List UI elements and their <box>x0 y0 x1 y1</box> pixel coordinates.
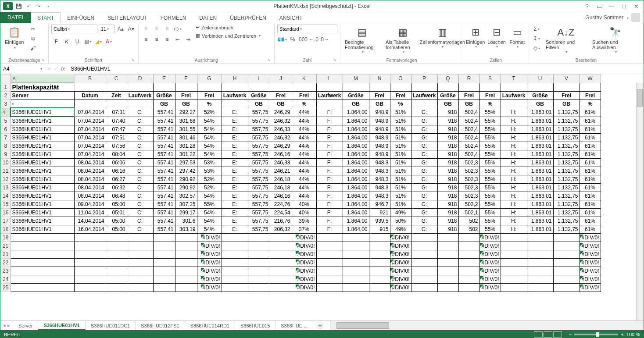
cell[interactable]: 918 <box>437 217 458 225</box>
align-middle-icon[interactable]: ≡ <box>152 25 161 33</box>
cell[interactable] <box>437 250 458 258</box>
cell[interactable] <box>74 83 106 91</box>
cell[interactable]: 246,33 <box>270 158 292 167</box>
cell[interactable] <box>411 275 437 283</box>
cell[interactable]: 246,32 <box>270 133 292 142</box>
cell[interactable]: 1.864,00 <box>343 208 369 217</box>
cell[interactable]: 1.132,75 <box>553 183 580 192</box>
cell[interactable] <box>175 250 197 258</box>
cell[interactable]: Frei <box>390 91 411 100</box>
cell[interactable] <box>501 83 527 91</box>
cell[interactable]: 557,75 <box>248 158 270 167</box>
cell[interactable]: 11.04.2014 <box>74 208 106 217</box>
dialog-launcher-icon[interactable]: ↘ <box>333 57 336 62</box>
close-icon[interactable]: ✕ <box>630 2 642 11</box>
cell[interactable] <box>527 275 553 283</box>
row-header[interactable]: 8 <box>1 142 11 150</box>
align-top-icon[interactable]: ≡ <box>141 25 151 33</box>
cell[interactable] <box>501 100 527 108</box>
cell[interactable] <box>153 83 175 91</box>
cell[interactable] <box>390 83 411 91</box>
cell[interactable] <box>458 275 479 283</box>
cell[interactable] <box>437 275 458 283</box>
dialog-launcher-icon[interactable]: ↘ <box>131 57 135 62</box>
cell[interactable]: 55% <box>479 125 501 133</box>
cell[interactable]: 51% <box>390 125 411 133</box>
cell[interactable]: #DIV/0! <box>580 233 601 242</box>
align-right-icon[interactable]: ≡ <box>162 35 172 44</box>
ribbon-tab-formeln[interactable]: FORMELN <box>154 12 193 23</box>
orientation-icon[interactable]: ⭯ <box>173 25 182 33</box>
cell[interactable]: 54% <box>197 217 222 225</box>
cell[interactable]: 918 <box>437 225 458 233</box>
ribbon-tab-seitenlayout[interactable]: SEITENLAYOUT <box>101 12 154 23</box>
cell[interactable]: 37% <box>292 225 316 233</box>
cell[interactable] <box>411 233 437 242</box>
cell[interactable] <box>458 283 479 292</box>
cell[interactable]: F: <box>316 125 343 133</box>
cell[interactable]: 502,3 <box>458 158 479 167</box>
cell[interactable]: C: <box>127 225 153 233</box>
cell[interactable] <box>369 283 390 292</box>
cell[interactable]: 55% <box>479 175 501 183</box>
cell[interactable]: 44% <box>292 125 316 133</box>
select-all-button[interactable] <box>1 75 11 83</box>
cell[interactable]: 55% <box>479 200 501 208</box>
cell[interactable] <box>270 250 292 258</box>
cell[interactable] <box>270 283 292 292</box>
cell[interactable] <box>153 258 175 267</box>
cell[interactable] <box>248 83 270 91</box>
column-header[interactable]: K <box>292 75 316 83</box>
cell[interactable]: 299,17 <box>175 208 197 217</box>
cell[interactable]: S366HUE01HV1 <box>11 117 74 125</box>
cell[interactable]: 918 <box>437 158 458 167</box>
cell[interactable]: 946,7 <box>369 200 390 208</box>
cell[interactable] <box>248 267 270 275</box>
cell[interactable]: Frei <box>580 91 601 100</box>
row-header[interactable]: 22 <box>1 258 11 267</box>
cell[interactable]: #DIV/0! <box>292 258 316 267</box>
cell[interactable] <box>153 267 175 275</box>
cell[interactable] <box>11 283 74 292</box>
cell[interactable]: 216,76 <box>270 217 292 225</box>
row-header[interactable]: 17 <box>1 217 11 225</box>
cell[interactable]: 61% <box>580 225 601 233</box>
cell[interactable] <box>222 258 248 267</box>
cell[interactable] <box>501 283 527 292</box>
cell[interactable] <box>175 242 197 250</box>
cell[interactable]: G: <box>411 142 437 150</box>
column-header[interactable]: A <box>11 75 74 83</box>
cell[interactable]: C: <box>127 117 153 125</box>
cell[interactable]: 303,19 <box>175 225 197 233</box>
row-header[interactable]: 12 <box>1 175 11 183</box>
cell[interactable]: #DIV/0! <box>390 283 411 292</box>
cell[interactable]: 557,75 <box>248 125 270 133</box>
cell[interactable]: H: <box>501 200 527 208</box>
row-header[interactable]: 16 <box>1 208 11 217</box>
merge-center-button[interactable]: ▦Verbinden und Zentrieren <box>196 33 261 39</box>
cell[interactable]: 55% <box>479 192 501 200</box>
cell[interactable]: 1.863,01 <box>527 133 553 142</box>
cell[interactable]: E: <box>222 175 248 183</box>
cell[interactable] <box>437 242 458 250</box>
cell[interactable]: 54% <box>197 225 222 233</box>
cell[interactable]: F: <box>316 217 343 225</box>
cell[interactable] <box>222 83 248 91</box>
cell[interactable]: G: <box>411 208 437 217</box>
cell[interactable]: 07.04.2014 <box>74 133 106 142</box>
cell[interactable]: 246,33 <box>270 125 292 133</box>
cell[interactable]: Größe <box>248 91 270 100</box>
cell[interactable]: 557,41 <box>153 125 175 133</box>
cell[interactable] <box>106 100 127 108</box>
cell[interactable]: 49% <box>390 208 411 217</box>
cell[interactable]: #DIV/0! <box>479 250 501 258</box>
sheet-tab[interactable]: S366HUE01HV1 <box>38 321 86 330</box>
cell[interactable]: 06:16 <box>106 167 127 175</box>
cell[interactable]: 51% <box>390 183 411 192</box>
cell[interactable]: 55% <box>479 108 501 117</box>
cell[interactable]: 1.863,01 <box>527 225 553 233</box>
autosum-icon[interactable]: Σ <box>532 25 541 33</box>
page-layout-view-icon[interactable] <box>544 331 552 338</box>
cell[interactable]: Größe <box>343 91 369 100</box>
cell[interactable]: 297,53 <box>175 158 197 167</box>
